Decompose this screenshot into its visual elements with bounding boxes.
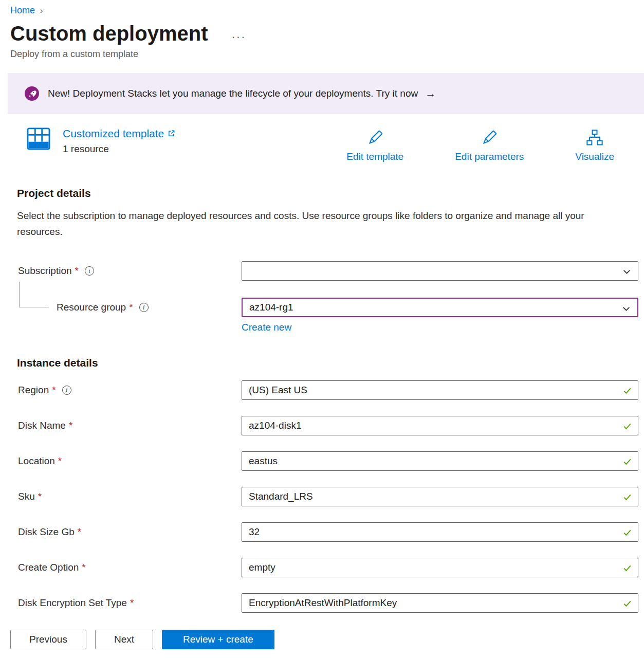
edit-parameters-label: Edit parameters: [455, 151, 524, 162]
breadcrumb-home-link[interactable]: Home: [10, 5, 35, 16]
deployment-stacks-banner: New! Deployment Stacks let you manage th…: [8, 73, 644, 114]
subscription-label: Subscription: [18, 265, 72, 277]
template-link-label: Customized template: [63, 127, 164, 140]
required-asterisk: *: [78, 526, 81, 538]
field-connector-line: [19, 282, 49, 307]
rocket-icon: [25, 86, 39, 101]
create-option-label: Create Option: [18, 562, 79, 573]
customized-template-link[interactable]: Customized template: [63, 127, 175, 140]
disk-name-input[interactable]: az104-disk1: [242, 416, 638, 435]
resource-group-field-row: Resource group * az104-rg1: [0, 298, 644, 317]
page-title: Custom deployment: [10, 22, 208, 45]
more-options-button[interactable]: ···: [231, 25, 246, 43]
required-asterisk: *: [52, 385, 56, 396]
disk-name-value: az104-disk1: [249, 420, 301, 431]
org-chart-icon: [585, 129, 604, 150]
edit-parameters-button[interactable]: Edit parameters: [455, 129, 524, 162]
disk-size-gb-label: Disk Size Gb: [18, 526, 75, 538]
check-icon: [622, 456, 632, 469]
location-value: eastus: [249, 455, 278, 467]
info-icon[interactable]: [62, 386, 71, 395]
visualize-label: Visualize: [575, 151, 614, 162]
chevron-down-icon: [622, 267, 631, 279]
required-asterisk: *: [75, 265, 79, 277]
region-input[interactable]: (US) East US: [242, 380, 638, 400]
disk-size-gb-field-row: Disk Size Gb * 32: [0, 522, 644, 542]
resource-group-value: az104-rg1: [249, 302, 293, 313]
pencil-icon: [366, 129, 384, 150]
arrow-right-icon[interactable]: →: [425, 87, 436, 100]
edit-template-button[interactable]: Edit template: [346, 129, 403, 162]
create-option-field-row: Create Option * empty: [0, 558, 644, 577]
disk-encryption-set-type-input[interactable]: EncryptionAtRestWithPlatformKey: [242, 593, 638, 613]
required-asterisk: *: [129, 302, 133, 313]
chevron-down-icon: [622, 304, 631, 316]
page-subtitle: Deploy from a custom template: [10, 49, 644, 60]
required-asterisk: *: [130, 597, 134, 609]
project-details-heading: Project details: [17, 187, 644, 199]
disk-encryption-set-type-value: EncryptionAtRestWithPlatformKey: [249, 597, 397, 609]
page-header: Custom deployment ···: [10, 22, 644, 45]
template-card: Customized template 1 resource: [27, 127, 629, 162]
required-asterisk: *: [82, 562, 85, 573]
footer-action-bar: Previous Next Review + create: [0, 622, 644, 658]
disk-size-gb-input[interactable]: 32: [242, 522, 638, 542]
breadcrumb: Home ›: [0, 0, 644, 16]
check-icon: [622, 598, 632, 611]
required-asterisk: *: [38, 491, 42, 502]
info-icon[interactable]: [139, 303, 149, 312]
project-details-description: Select the subscription to manage deploy…: [17, 208, 607, 240]
disk-encryption-set-type-field-row: Disk Encryption Set Type * EncryptionAtR…: [0, 593, 644, 613]
location-field-row: Location * eastus: [0, 451, 644, 471]
disk-encryption-set-type-label: Disk Encryption Set Type: [18, 597, 127, 609]
external-link-icon: [168, 127, 175, 140]
instance-details-heading: Instance details: [17, 357, 644, 369]
region-label: Region: [18, 385, 49, 396]
create-option-input[interactable]: empty: [242, 558, 638, 577]
subscription-field-row: Subscription *: [0, 261, 644, 281]
region-field-row: Region * (US) East US: [0, 380, 644, 400]
region-value: (US) East US: [249, 385, 307, 396]
resource-group-select[interactable]: az104-rg1: [242, 298, 638, 317]
location-input[interactable]: eastus: [242, 451, 638, 471]
info-icon[interactable]: [85, 266, 94, 276]
disk-size-gb-value: 32: [249, 526, 260, 538]
subscription-select[interactable]: [242, 261, 638, 281]
check-icon: [622, 492, 632, 504]
banner-message: New! Deployment Stacks let you manage th…: [48, 88, 418, 99]
create-option-value: empty: [249, 562, 275, 573]
review-create-button[interactable]: Review + create: [162, 630, 274, 649]
disk-name-field-row: Disk Name * az104-disk1: [0, 416, 644, 435]
check-icon: [622, 527, 632, 540]
edit-template-label: Edit template: [346, 151, 403, 162]
visualize-button[interactable]: Visualize: [575, 129, 614, 162]
check-icon: [622, 421, 632, 433]
create-new-link[interactable]: Create new: [242, 322, 291, 333]
next-button[interactable]: Next: [95, 630, 153, 649]
sku-input[interactable]: Standard_LRS: [242, 487, 638, 506]
required-asterisk: *: [69, 420, 72, 431]
previous-button[interactable]: Previous: [10, 630, 86, 649]
sku-label: Sku: [18, 491, 35, 502]
disk-name-label: Disk Name: [18, 420, 66, 431]
required-asterisk: *: [58, 455, 62, 467]
pencil-icon: [480, 129, 499, 150]
check-icon: [622, 386, 632, 398]
sku-value: Standard_LRS: [249, 491, 313, 502]
template-actions: Edit template Edit parameters: [346, 129, 614, 162]
template-icon: [27, 127, 50, 155]
check-icon: [622, 563, 632, 575]
template-resource-count: 1 resource: [63, 143, 175, 155]
location-label: Location: [18, 455, 55, 467]
resource-group-label: Resource group: [57, 302, 126, 313]
sku-field-row: Sku * Standard_LRS: [0, 487, 644, 506]
chevron-right-icon: ›: [40, 6, 43, 16]
